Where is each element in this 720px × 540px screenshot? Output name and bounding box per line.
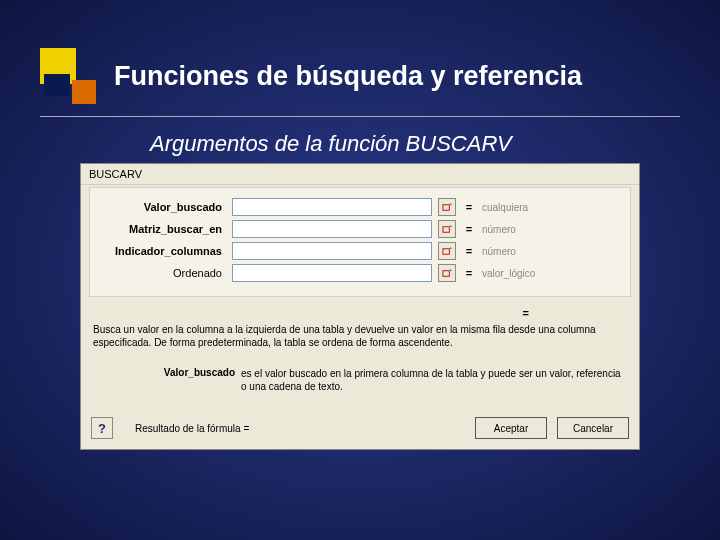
range-selector-button[interactable]: [438, 264, 456, 282]
svg-rect-1: [442, 226, 448, 232]
range-selector-button[interactable]: [438, 198, 456, 216]
arg-type-hint: valor_lógico: [482, 268, 535, 279]
function-description: Busca un valor en la columna a la izquie…: [81, 323, 639, 357]
range-selector-button[interactable]: [438, 220, 456, 238]
equals-sign: =: [462, 245, 476, 257]
slide-bullet-icon: [40, 48, 96, 104]
arg-input-valor-buscado[interactable]: [232, 198, 432, 216]
function-name-label: BUSCARV: [81, 164, 639, 185]
result-preview-equals: =: [81, 303, 639, 323]
function-arguments-dialog: BUSCARV Valor_buscado = cualquiera Matri…: [80, 163, 640, 450]
range-selector-icon: [442, 268, 453, 279]
svg-rect-0: [442, 204, 448, 210]
svg-rect-3: [442, 270, 448, 276]
ok-button[interactable]: Aceptar: [475, 417, 547, 439]
range-selector-icon: [442, 202, 453, 213]
arg-label: Matriz_buscar_en: [98, 223, 226, 235]
equals-sign: =: [462, 223, 476, 235]
slide-subtitle: Argumentos de la función BUSCARV: [150, 131, 720, 157]
arg-label: Indicador_columnas: [98, 245, 226, 257]
help-icon: ?: [98, 421, 106, 436]
equals-sign: =: [462, 267, 476, 279]
title-underline: [40, 116, 680, 117]
arg-input-indicador-columnas[interactable]: [232, 242, 432, 260]
help-button[interactable]: ?: [91, 417, 113, 439]
arg-input-ordenado[interactable]: [232, 264, 432, 282]
arg-row-indicador-columnas: Indicador_columnas = número: [98, 242, 622, 260]
parameter-help: Valor_buscado es el valor buscado en la …: [81, 357, 639, 411]
range-selector-icon: [442, 224, 453, 235]
range-selector-icon: [442, 246, 453, 257]
arg-type-hint: cualquiera: [482, 202, 528, 213]
arg-type-hint: número: [482, 246, 516, 257]
cancel-button[interactable]: Cancelar: [557, 417, 629, 439]
arguments-panel: Valor_buscado = cualquiera Matriz_buscar…: [89, 187, 631, 297]
arg-row-ordenado: Ordenado = valor_lógico: [98, 264, 622, 282]
arg-input-matriz-buscar-en[interactable]: [232, 220, 432, 238]
parameter-help-label: Valor_buscado: [93, 367, 241, 393]
parameter-help-text: es el valor buscado en la primera column…: [241, 367, 627, 393]
arg-type-hint: número: [482, 224, 516, 235]
arg-row-valor-buscado: Valor_buscado = cualquiera: [98, 198, 622, 216]
slide-title: Funciones de búsqueda y referencia: [114, 61, 582, 92]
arg-label: Valor_buscado: [98, 201, 226, 213]
equals-sign: =: [462, 201, 476, 213]
range-selector-button[interactable]: [438, 242, 456, 260]
svg-rect-2: [442, 248, 448, 254]
arg-label: Ordenado: [98, 267, 226, 279]
formula-result-label: Resultado de la fórmula =: [123, 423, 465, 434]
arg-row-matriz-buscar-en: Matriz_buscar_en = número: [98, 220, 622, 238]
